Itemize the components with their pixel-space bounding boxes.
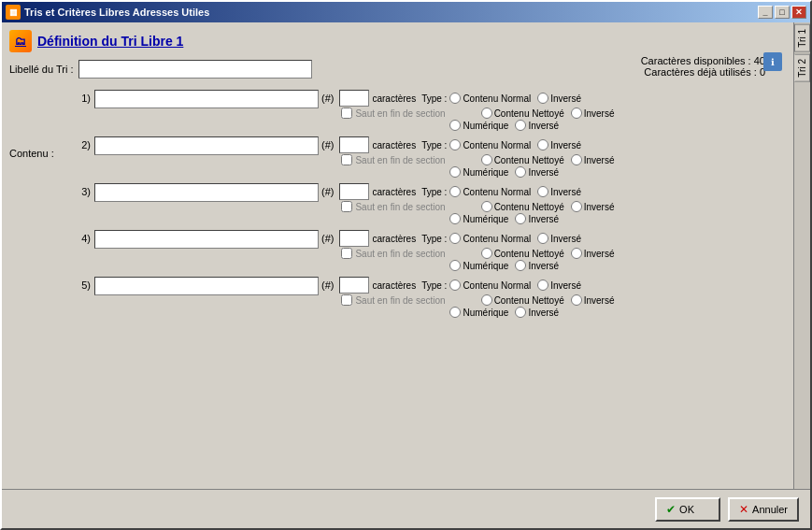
saut-checkbox-1[interactable] (341, 107, 352, 119)
hash-label-5: (#) (321, 277, 334, 291)
chars-input-1[interactable] (339, 90, 369, 107)
radio-inverse2-2[interactable]: Inversé (571, 154, 615, 165)
radio-nettoye-5[interactable]: Contenu Nettoyé (481, 294, 564, 306)
radio-inverse2-4[interactable]: Inversé (571, 248, 615, 259)
info-icon[interactable]: ℹ (763, 52, 782, 71)
row-type-area-4: caractères Type : Contenu Normal Inversé… (339, 230, 614, 271)
tab-tri2[interactable]: Tri 2 (794, 54, 810, 82)
cancel-icon: ✕ (739, 503, 748, 516)
radio-numerique-5[interactable]: Numérique (449, 307, 508, 318)
page-title: 🗂 Définition du Tri Libre 1 (9, 30, 786, 52)
radio-nettoye-1[interactable]: Contenu Nettoyé (481, 107, 564, 119)
ok-icon: ✔ (666, 503, 676, 516)
cancel-button[interactable]: ✕ Annuler (728, 497, 799, 522)
row-input-4[interactable] (94, 230, 319, 249)
radio-inverse2-1[interactable]: Inversé (571, 107, 615, 119)
radio-inverse3-2[interactable]: Inversé (515, 166, 559, 178)
row-type-area-1: caractères Type : Contenu Normal Inversé… (339, 90, 614, 131)
radio-nettoye-3[interactable]: Contenu Nettoyé (481, 201, 564, 212)
row-number-5: 5) (70, 277, 91, 291)
radio-inverse1-2[interactable]: Inversé (537, 139, 581, 150)
saut-nettoye-row-1: Saut en fin de section Contenu Nettoyé I… (341, 107, 614, 119)
radio-nettoye-2[interactable]: Contenu Nettoyé (481, 154, 564, 165)
row-number-3: 3) (70, 183, 91, 197)
radio-normal-3[interactable]: Contenu Normal (449, 186, 531, 197)
bottom-bar: ✔ OK ✕ Annuler (2, 489, 810, 528)
saut-checkbox-4[interactable] (341, 248, 352, 259)
title-bar-buttons: _ □ ✕ (758, 6, 806, 19)
saut-label-1: Saut en fin de section (355, 108, 445, 119)
contenu-row-2: 2) (#) caractères Type : Contenu Normal … (70, 136, 786, 178)
saut-nettoye-row-4: Saut en fin de section Contenu Nettoyé I… (341, 248, 614, 259)
window-title: Tris et Critères Libres Adresses Utiles (24, 7, 209, 18)
radio-inverse1-4[interactable]: Inversé (537, 233, 581, 244)
numerique-row-4: Numérique Inversé (449, 260, 614, 271)
ok-button[interactable]: ✔ OK (655, 497, 720, 522)
radio-numerique-3[interactable]: Numérique (449, 213, 508, 224)
radio-normal-5[interactable]: Contenu Normal (449, 279, 531, 291)
hash-label-4: (#) (321, 230, 334, 244)
chars-input-4[interactable] (339, 230, 369, 247)
radio-inverse1-1[interactable]: Inversé (537, 93, 581, 104)
radio-inverse1-3[interactable]: Inversé (537, 186, 581, 197)
row-input-5[interactable] (94, 277, 319, 295)
chars-type-row-2: caractères Type : Contenu Normal Inversé (339, 136, 614, 153)
chars-type-row-5: caractères Type : Contenu Normal Inversé (339, 277, 614, 294)
contenu-row-5: 5) (#) caractères Type : Contenu Normal … (70, 277, 786, 318)
radio-inverse3-5[interactable]: Inversé (515, 307, 559, 318)
radio-inverse3-1[interactable]: Inversé (515, 120, 559, 131)
chars-input-5[interactable] (339, 277, 369, 294)
info-area: Caractères disponibles : 40 Caractères d… (641, 55, 765, 78)
main-panel: 🗂 Définition du Tri Libre 1 Caractères d… (2, 22, 793, 489)
hash-label-3: (#) (321, 183, 334, 197)
row-input-1[interactable] (94, 90, 319, 108)
content-area: 🗂 Définition du Tri Libre 1 Caractères d… (2, 22, 810, 489)
saut-nettoye-row-5: Saut en fin de section Contenu Nettoyé I… (341, 294, 614, 306)
radio-inverse1-5[interactable]: Inversé (537, 279, 581, 291)
type-col-label-1: Type : (421, 93, 447, 104)
radio-numerique-1[interactable]: Numérique (449, 120, 508, 131)
radio-inverse2-5[interactable]: Inversé (571, 294, 615, 306)
radio-normal-2[interactable]: Contenu Normal (449, 139, 531, 150)
radio-numerique-2[interactable]: Numérique (449, 166, 508, 178)
radio-inverse2-3[interactable]: Inversé (571, 201, 615, 212)
row-number-4: 4) (70, 230, 91, 244)
contenu-row-4: 4) (#) caractères Type : Contenu Normal … (70, 230, 786, 271)
saut-checkbox-3[interactable] (341, 201, 352, 212)
chars-available-row: Caractères disponibles : 40 (641, 55, 765, 66)
chars-used-row: Caractères déjà utilisés : 0 (641, 66, 765, 78)
radio-nettoye-4[interactable]: Contenu Nettoyé (481, 248, 564, 259)
minimize-button[interactable]: _ (758, 6, 773, 19)
libelle-label: Libellé du Tri : (9, 64, 73, 75)
contenu-row-1: 1) (#) caractères Type : Contenu Normal … (70, 90, 786, 131)
chars-input-2[interactable] (339, 136, 369, 153)
saut-checkbox-2[interactable] (341, 154, 352, 165)
chars-col-1: caractères (372, 93, 416, 104)
radio-numerique-4[interactable]: Numérique (449, 260, 508, 271)
title-bar-left: ▦ Tris et Critères Libres Adresses Utile… (6, 5, 209, 20)
row-input-2[interactable] (94, 136, 319, 155)
radio-normal-1[interactable]: Contenu Normal (449, 93, 531, 104)
contenu-row-3: 3) (#) caractères Type : Contenu Normal … (70, 183, 786, 224)
saut-checkbox-5[interactable] (341, 294, 352, 306)
libelle-input[interactable] (78, 60, 312, 79)
contenu-rows: 1) (#) caractères Type : Contenu Normal … (70, 90, 786, 323)
maximize-button[interactable]: □ (775, 6, 790, 19)
hash-label-2: (#) (321, 136, 334, 150)
radio-normal-4[interactable]: Contenu Normal (449, 233, 531, 244)
window-icon: ▦ (6, 5, 21, 20)
row-type-area-2: caractères Type : Contenu Normal Inversé… (339, 136, 614, 178)
tab-tri1[interactable]: Tri 1 (794, 24, 810, 52)
saut-nettoye-row-2: Saut en fin de section Contenu Nettoyé I… (341, 154, 614, 165)
numerique-row-1: Numérique Inversé (449, 120, 614, 131)
row-type-area-5: caractères Type : Contenu Normal Inversé… (339, 277, 614, 318)
radio-inverse3-4[interactable]: Inversé (515, 260, 559, 271)
row-input-3[interactable] (94, 183, 319, 202)
radio-inverse3-3[interactable]: Inversé (515, 213, 559, 224)
close-button[interactable]: ✕ (791, 6, 806, 19)
page-header: 🗂 Définition du Tri Libre 1 (9, 30, 786, 52)
chars-type-row-3: caractères Type : Contenu Normal Inversé (339, 183, 614, 200)
numerique-row-2: Numérique Inversé (449, 166, 614, 178)
title-bar: ▦ Tris et Critères Libres Adresses Utile… (2, 2, 810, 22)
chars-input-3[interactable] (339, 183, 369, 200)
